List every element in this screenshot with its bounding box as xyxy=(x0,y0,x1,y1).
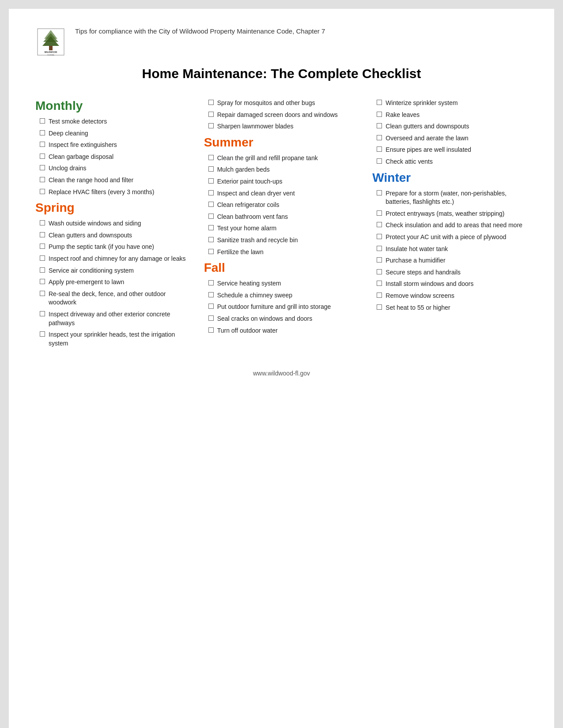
checkbox[interactable] xyxy=(208,327,214,333)
page: WILDWOOD FLORIDA Tips for compliance wit… xyxy=(9,9,554,728)
svg-text:FLORIDA: FLORIDA xyxy=(47,54,54,56)
list-item: Secure steps and handrails xyxy=(377,268,528,277)
list-item: Rake leaves xyxy=(377,111,528,120)
checkbox[interactable] xyxy=(377,234,382,239)
column-3: Winterize sprinkler system Rake leaves C… xyxy=(372,94,528,352)
checkbox[interactable] xyxy=(208,280,214,285)
checkbox[interactable] xyxy=(377,257,382,263)
list-item: Apply pre-emergent to lawn xyxy=(40,278,191,287)
checkbox[interactable] xyxy=(40,279,45,284)
list-item: Clean refrigerator coils xyxy=(208,201,359,210)
list-item: Turn off outdoor water xyxy=(208,326,359,335)
checkbox[interactable] xyxy=(208,155,214,160)
checkbox[interactable] xyxy=(377,281,382,286)
checkbox[interactable] xyxy=(40,220,45,225)
checkbox[interactable] xyxy=(377,269,382,274)
checkbox[interactable] xyxy=(377,158,382,164)
checkbox[interactable] xyxy=(40,232,45,237)
list-item: Fertilize the lawn xyxy=(208,248,359,257)
checkbox[interactable] xyxy=(377,293,382,298)
fall-cont-checklist: Winterize sprinkler system Rake leaves C… xyxy=(372,99,528,166)
checkbox[interactable] xyxy=(208,166,214,172)
checkbox[interactable] xyxy=(208,237,214,242)
checkbox[interactable] xyxy=(377,304,382,310)
list-item: Sanitize trash and recycle bin xyxy=(208,236,359,245)
checkbox[interactable] xyxy=(40,189,45,194)
column-2: Spray for mosquitos and other bugs Repai… xyxy=(204,94,359,352)
checkbox[interactable] xyxy=(40,130,45,135)
list-item: Mulch garden beds xyxy=(208,165,359,174)
list-item: Insulate hot water tank xyxy=(377,245,528,254)
checkbox[interactable] xyxy=(208,304,214,309)
list-item: Clean garbage disposal xyxy=(40,153,191,161)
list-item: Put outdoor furniture and grill into sto… xyxy=(208,303,359,311)
list-item: Test smoke detectors xyxy=(40,117,191,126)
checkbox[interactable] xyxy=(40,118,45,124)
summer-checklist: Clean the grill and refill propane tank … xyxy=(204,154,359,256)
checkbox[interactable] xyxy=(208,190,214,195)
checkbox[interactable] xyxy=(40,177,45,182)
list-item: Remove window screens xyxy=(377,292,528,300)
checkbox[interactable] xyxy=(377,210,382,216)
section-title-monthly: Monthly xyxy=(35,99,191,113)
checkbox[interactable] xyxy=(40,255,45,261)
list-item: Inspect driveway and other exterior conc… xyxy=(40,310,191,327)
checkbox[interactable] xyxy=(208,292,214,297)
list-item: Clean gutters and downspouts xyxy=(40,231,191,240)
section-title-spring: Spring xyxy=(35,201,191,215)
list-item: Clean the grill and refill propane tank xyxy=(208,154,359,163)
header: WILDWOOD FLORIDA Tips for compliance wit… xyxy=(35,26,528,57)
checkbox[interactable] xyxy=(208,112,214,117)
list-item: Deep cleaning xyxy=(40,129,191,138)
checkbox[interactable] xyxy=(377,146,382,152)
checkbox[interactable] xyxy=(40,311,45,316)
header-tagline: Tips for compliance with the City of Wil… xyxy=(75,26,325,37)
list-item: Pump the septic tank (if you have one) xyxy=(40,243,191,251)
svg-rect-4 xyxy=(49,46,53,50)
checkbox[interactable] xyxy=(377,135,382,140)
checkbox[interactable] xyxy=(208,225,214,230)
footer-url: www.wildwood-fl.gov xyxy=(253,370,310,377)
checkbox[interactable] xyxy=(208,315,214,321)
checkbox[interactable] xyxy=(40,244,45,249)
checkbox[interactable] xyxy=(40,154,45,159)
checkbox[interactable] xyxy=(40,331,45,337)
section-title-fall: Fall xyxy=(204,261,359,275)
list-item: Test your home alarm xyxy=(208,224,359,233)
list-item: Protect entryways (mats, weather strippi… xyxy=(377,210,528,218)
checkbox[interactable] xyxy=(377,112,382,117)
list-item: Inspect and clean dryer vent xyxy=(208,189,359,198)
list-item: Clean gutters and downspouts xyxy=(377,122,528,131)
list-item: Inspect fire extinguishers xyxy=(40,141,191,150)
list-item: Clean the range hood and filter xyxy=(40,176,191,185)
list-item: Service air conditioning system xyxy=(40,266,191,275)
checkbox[interactable] xyxy=(377,222,382,227)
checkbox[interactable] xyxy=(208,249,214,254)
list-item: Service heating system xyxy=(208,279,359,288)
checkbox[interactable] xyxy=(377,190,382,195)
checkbox[interactable] xyxy=(40,291,45,296)
checkbox[interactable] xyxy=(208,202,214,207)
checkbox[interactable] xyxy=(208,123,214,128)
checkbox[interactable] xyxy=(208,178,214,184)
checkbox[interactable] xyxy=(377,246,382,251)
list-item: Schedule a chimney sweep xyxy=(208,291,359,300)
footer: www.wildwood-fl.gov xyxy=(35,365,528,377)
checkbox[interactable] xyxy=(377,123,382,128)
list-item: Purchase a humidifier xyxy=(377,256,528,265)
section-title-summer: Summer xyxy=(204,135,359,150)
section-title-winter: Winter xyxy=(372,171,528,185)
list-item: Prepare for a storm (water, non-perishab… xyxy=(377,189,528,206)
list-item: Inspect roof and chimney for any damage … xyxy=(40,255,191,263)
monthly-checklist: Test smoke detectors Deep cleaning Inspe… xyxy=(35,117,191,196)
checkbox[interactable] xyxy=(40,165,45,170)
checkbox[interactable] xyxy=(208,214,214,219)
winter-checklist: Prepare for a storm (water, non-perishab… xyxy=(372,189,528,312)
content-grid: Monthly Test smoke detectors Deep cleani… xyxy=(35,94,528,352)
checkbox[interactable] xyxy=(377,100,382,105)
checkbox[interactable] xyxy=(208,100,214,105)
checkbox[interactable] xyxy=(40,142,45,147)
list-item: Seal cracks on windows and doors xyxy=(208,315,359,323)
list-item: Protect your AC unit with a piece of ply… xyxy=(377,233,528,242)
checkbox[interactable] xyxy=(40,267,45,273)
